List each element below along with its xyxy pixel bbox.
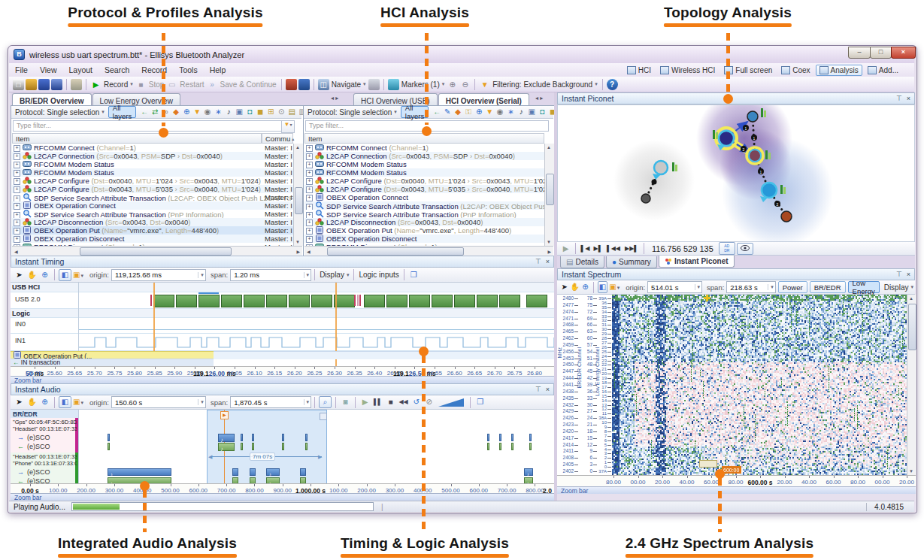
instant-piconet-titlebar[interactable]: Instant Piconet ⊤× — [557, 92, 915, 104]
timing-zoombar[interactable]: Zoom bar — [11, 376, 554, 383]
save-continue-button[interactable]: Save & Continue — [220, 80, 277, 89]
expand-icon[interactable]: + — [306, 178, 313, 185]
goto-icon[interactable] — [368, 79, 380, 90]
expand-icon[interactable]: + — [306, 195, 313, 201]
audio-event[interactable] — [487, 443, 489, 450]
filtering-exclude-background-button[interactable]: Filtering: Exclude Background — [492, 80, 592, 89]
usb-packet-block[interactable] — [477, 295, 498, 307]
tree-row[interactable]: +OBEX Operation Put (Name="vmrc.exe", Le… — [304, 226, 544, 235]
spectrogram-canvas[interactable] — [612, 295, 907, 475]
tree-row[interactable]: +L2CAP Connection (Src=0x0043, PSM=SDP ›… — [304, 152, 544, 160]
expand-icon[interactable]: + — [14, 153, 20, 160]
audio-event[interactable]: ♪ — [266, 468, 280, 476]
usb-packet-block[interactable] — [221, 295, 242, 307]
expand-icon[interactable]: + — [14, 219, 20, 226]
loop-icon[interactable]: ↺ — [410, 397, 422, 407]
tree-row[interactable]: +OBEX Operation Disconnect — [304, 235, 544, 243]
expand-icon[interactable]: + — [14, 195, 20, 201]
audio-event[interactable] — [300, 468, 306, 476]
wci-capture-icon[interactable] — [298, 79, 310, 90]
tab-details[interactable]: ▤Details — [560, 256, 604, 268]
audio-event[interactable] — [108, 434, 110, 441]
note-icon[interactable]: ♪ — [516, 107, 526, 117]
expand-icon[interactable]: + — [306, 236, 313, 243]
next-event-icon[interactable]: ▶▶▌ — [623, 244, 640, 254]
rewind-icon[interactable]: ◀◀ — [398, 397, 409, 407]
menu-file[interactable]: File — [9, 65, 34, 75]
pan-tool-icon[interactable]: ✋ — [570, 282, 579, 292]
piconet-canvas[interactable]: 1 1 2 1 2 — [557, 104, 915, 242]
close-icon[interactable]: × — [907, 271, 910, 278]
pause-icon[interactable]: ▌▌ — [372, 397, 383, 407]
pin-icon[interactable]: ⊤ — [535, 386, 541, 393]
layers-icon[interactable]: ◘ — [537, 107, 547, 117]
audio-event[interactable]: ♪ — [524, 477, 533, 483]
view-button-wireless-hci[interactable]: Wireless HCI — [656, 65, 719, 76]
expand-icon[interactable]: + — [14, 145, 20, 152]
audio-event[interactable] — [499, 434, 501, 441]
expand-icon[interactable]: + — [306, 186, 313, 193]
expand-icon[interactable]: + — [14, 212, 20, 218]
find-icon[interactable] — [71, 79, 82, 90]
back-icon[interactable]: ← — [139, 107, 150, 117]
expand-icon[interactable]: + — [14, 178, 20, 185]
audio-plot[interactable]: BR/EDR"Gps" 00:05:4F:5C:6D:8D"Headset" 0… — [11, 410, 554, 483]
swap-icon[interactable]: ⇄ — [150, 107, 160, 117]
audio-event[interactable] — [305, 434, 307, 441]
tree-row[interactable]: +L2CAP Configure (Dst=0x0043, MTU=5'035 … — [304, 185, 544, 193]
instant-audio-titlebar[interactable]: Instant Audio ⊤× — [11, 383, 554, 395]
visibility-eye-icon[interactable] — [737, 243, 753, 255]
audio-event[interactable] — [529, 443, 532, 450]
ad-dr-toggle[interactable]: ADDR — [719, 242, 735, 255]
audio-event[interactable]: ♪ — [108, 477, 171, 483]
tree-left-vscrollbar[interactable]: ▲▼ — [293, 144, 303, 246]
audio-event[interactable] — [250, 468, 256, 476]
spectrum-span-combo[interactable]: 218.63 s▾ — [726, 281, 775, 293]
all-layers-button[interactable]: All layers — [108, 106, 136, 118]
title-bar[interactable]: B wireless usb uart spectrum.btt* - Elli… — [9, 46, 914, 63]
audio-event[interactable] — [232, 477, 238, 483]
video-icon[interactable]: ▣ — [526, 107, 537, 117]
record-icon[interactable]: ◉ — [202, 107, 213, 117]
tab-instant-piconet[interactable]: Instant Piconet — [659, 256, 735, 268]
usb-packet-block[interactable] — [311, 295, 332, 307]
sco-stream-row[interactable]: →(e)SCO — [11, 434, 95, 442]
menu-record[interactable]: Record — [135, 65, 173, 75]
help-icon[interactable]: ? — [607, 79, 618, 90]
expand-icon[interactable]: + — [306, 204, 313, 210]
audio-event[interactable] — [241, 434, 243, 441]
package-icon[interactable]: ⊞ — [265, 107, 276, 117]
tab-scroll-left-icon[interactable]: ◂ ▸ — [331, 95, 338, 101]
columns-icon[interactable]: ◧ — [59, 269, 71, 281]
open-folder-icon[interactable] — [26, 79, 37, 90]
selection-handle[interactable] — [320, 413, 327, 420]
br-edr-toggle[interactable]: BR/EDR — [810, 281, 846, 293]
spectrum-vscrollbar[interactable]: ▲▼ — [907, 295, 916, 475]
usb-packet-block[interactable] — [386, 295, 407, 307]
star-icon[interactable]: ∗ — [505, 107, 516, 117]
audio-event[interactable]: ♪ — [266, 477, 280, 483]
tree-row[interactable]: +OBEX Operation Disconnect Master: I — [12, 235, 293, 243]
columns-icon[interactable]: ◧ — [598, 281, 607, 293]
audio-event[interactable] — [241, 443, 243, 450]
audio-event[interactable] — [511, 443, 514, 450]
menu-view[interactable]: View — [34, 65, 63, 75]
coins-icon[interactable]: ◼ — [255, 107, 265, 117]
tree-row[interactable]: +SDP Service Search Attribute Transactio… — [12, 193, 293, 201]
tree-row[interactable]: +RFCOMM Connect (Channel=1)Master: I — [12, 144, 293, 152]
pin-icon[interactable]: ⊤ — [896, 271, 902, 278]
key-icon[interactable]: ⚿ — [463, 107, 474, 117]
search-icon[interactable]: ⊕ — [181, 107, 192, 117]
volume-slider[interactable] — [438, 398, 464, 407]
cursor-tool-icon[interactable]: ➤ — [14, 397, 25, 407]
expand-icon[interactable]: + — [306, 228, 313, 235]
audio-event[interactable] — [282, 443, 284, 450]
audio-event[interactable] — [499, 443, 501, 450]
expand-icon[interactable]: + — [306, 219, 313, 226]
power-toggle[interactable]: Power — [778, 281, 807, 293]
zoom-tool-icon[interactable]: ⊕ — [581, 282, 589, 292]
sco-stream-row[interactable]: ←(e)SCO — [11, 443, 95, 451]
hci-capture-icon[interactable] — [286, 79, 297, 90]
marker-icon[interactable]: ◆ — [171, 107, 181, 117]
audio-event[interactable]: ♪ — [218, 434, 235, 442]
